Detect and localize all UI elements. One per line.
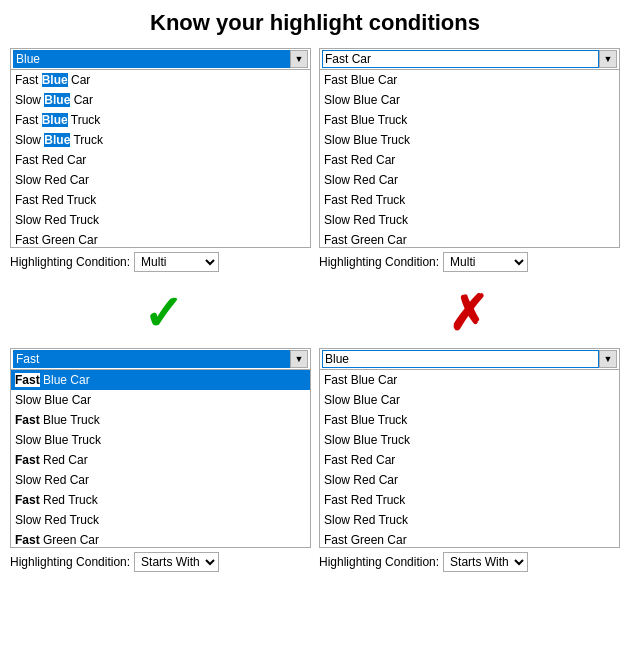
bottom-left-panel: ▼ Fast Blue Car Slow Blue Car Fast Blue … [10, 348, 311, 572]
bottom-right-condition-label: Highlighting Condition: [319, 555, 439, 569]
top-panels-row: ▼ Fast Blue Car Slow Blue Car Fast Blue … [10, 48, 620, 272]
bottom-right-search-input[interactable] [322, 350, 599, 368]
top-right-search-dropdown[interactable]: ▼ [599, 50, 617, 68]
chevron-down-icon: ▼ [295, 54, 304, 64]
bottom-right-condition-select[interactable]: Multi Starts With Contains Exact [443, 552, 528, 572]
top-right-condition-select[interactable]: Multi Starts With Contains Exact [443, 252, 528, 272]
list-item[interactable]: Fast Green Car [11, 230, 310, 248]
list-item[interactable]: Fast Red Truck [11, 490, 310, 510]
list-item[interactable]: Slow Red Car [11, 170, 310, 190]
bottom-left-items: Fast Blue Car Slow Blue Car Fast Blue Tr… [11, 370, 310, 548]
list-item[interactable]: Slow Blue Truck [320, 130, 619, 150]
list-item[interactable]: Fast Red Car [11, 150, 310, 170]
list-item[interactable]: Fast Green Car [11, 530, 310, 548]
bottom-left-search-dropdown[interactable]: ▼ [290, 350, 308, 368]
list-item[interactable]: Fast Blue Car [11, 70, 310, 90]
list-item[interactable]: Fast Blue Car [320, 370, 619, 390]
bottom-right-items: Fast Blue Car Slow Blue Car Fast Blue Tr… [320, 370, 619, 548]
list-item[interactable]: Fast Blue Car [11, 370, 310, 390]
list-item[interactable]: Slow Blue Truck [320, 430, 619, 450]
list-item[interactable]: Slow Blue Car [320, 90, 619, 110]
list-item[interactable]: Fast Blue Truck [320, 110, 619, 130]
top-left-listbox: ▼ Fast Blue Car Slow Blue Car Fast Blue … [10, 48, 311, 248]
list-item[interactable]: Fast Green Car [320, 530, 619, 548]
top-left-condition-label: Highlighting Condition: [10, 255, 130, 269]
list-item[interactable]: Fast Red Car [320, 450, 619, 470]
icons-row: ✓ ✗ [10, 280, 620, 348]
top-right-header: ▼ [320, 49, 619, 70]
top-left-search-dropdown[interactable]: ▼ [290, 50, 308, 68]
bottom-left-condition-row: Highlighting Condition: Multi Starts Wit… [10, 552, 311, 572]
bottom-left-condition-label: Highlighting Condition: [10, 555, 130, 569]
bottom-left-search-input[interactable] [13, 350, 290, 368]
list-item[interactable]: Fast Green Car [320, 230, 619, 248]
top-left-items: Fast Blue Car Slow Blue Car Fast Blue Tr… [11, 70, 310, 248]
list-item[interactable]: Fast Blue Truck [320, 410, 619, 430]
list-item[interactable]: Slow Blue Car [11, 90, 310, 110]
top-right-condition-label: Highlighting Condition: [319, 255, 439, 269]
list-item[interactable]: Slow Red Truck [320, 510, 619, 530]
list-item[interactable]: Fast Red Truck [320, 490, 619, 510]
list-item[interactable]: Slow Red Truck [11, 510, 310, 530]
list-item[interactable]: Fast Blue Truck [11, 110, 310, 130]
checkmark-icon: ✓ [143, 290, 183, 338]
top-left-condition-select[interactable]: Multi Starts With Contains Exact [134, 252, 219, 272]
bottom-right-listbox: ▼ Fast Blue Car Slow Blue Car Fast Blue … [319, 348, 620, 548]
bottom-left-condition-select[interactable]: Multi Starts With Contains Exact [134, 552, 219, 572]
list-item[interactable]: Fast Red Car [320, 150, 619, 170]
list-item[interactable]: Slow Red Truck [320, 210, 619, 230]
bottom-right-panel: ▼ Fast Blue Car Slow Blue Car Fast Blue … [319, 348, 620, 572]
list-item[interactable]: Slow Blue Car [11, 390, 310, 410]
top-right-search-input[interactable] [322, 50, 599, 68]
top-left-condition-row: Highlighting Condition: Multi Starts Wit… [10, 252, 311, 272]
list-item[interactable]: Slow Blue Truck [11, 130, 310, 150]
list-item[interactable]: Slow Blue Truck [11, 430, 310, 450]
chevron-down-icon: ▼ [604, 54, 613, 64]
top-right-panel: ▼ Fast Blue Car Slow Blue Car Fast Blue … [319, 48, 620, 272]
list-item[interactable]: Slow Red Truck [11, 210, 310, 230]
list-item[interactable]: Slow Red Car [320, 170, 619, 190]
bottom-left-listbox: ▼ Fast Blue Car Slow Blue Car Fast Blue … [10, 348, 311, 548]
list-item[interactable]: Fast Blue Truck [11, 410, 310, 430]
cross-icon: ✗ [448, 290, 488, 338]
list-item[interactable]: Slow Red Car [11, 470, 310, 490]
top-left-header: ▼ [11, 49, 310, 70]
list-item[interactable]: Fast Blue Car [320, 70, 619, 90]
list-item[interactable]: Slow Red Car [320, 470, 619, 490]
page-title: Know your highlight conditions [10, 10, 620, 36]
bottom-left-header: ▼ [11, 349, 310, 370]
bottom-right-search-dropdown[interactable]: ▼ [599, 350, 617, 368]
list-item[interactable]: Fast Red Truck [11, 190, 310, 210]
bottom-right-condition-row: Highlighting Condition: Multi Starts Wit… [319, 552, 620, 572]
top-right-condition-row: Highlighting Condition: Multi Starts Wit… [319, 252, 620, 272]
list-item[interactable]: Fast Red Car [11, 450, 310, 470]
chevron-down-icon: ▼ [295, 354, 304, 364]
top-left-panel: ▼ Fast Blue Car Slow Blue Car Fast Blue … [10, 48, 311, 272]
list-item[interactable]: Fast Red Truck [320, 190, 619, 210]
top-left-search-input[interactable] [13, 50, 290, 68]
bottom-panels-row: ▼ Fast Blue Car Slow Blue Car Fast Blue … [10, 348, 620, 572]
top-right-items: Fast Blue Car Slow Blue Car Fast Blue Tr… [320, 70, 619, 248]
chevron-down-icon: ▼ [604, 354, 613, 364]
list-item[interactable]: Slow Blue Car [320, 390, 619, 410]
bottom-right-header: ▼ [320, 349, 619, 370]
top-right-listbox: ▼ Fast Blue Car Slow Blue Car Fast Blue … [319, 48, 620, 248]
